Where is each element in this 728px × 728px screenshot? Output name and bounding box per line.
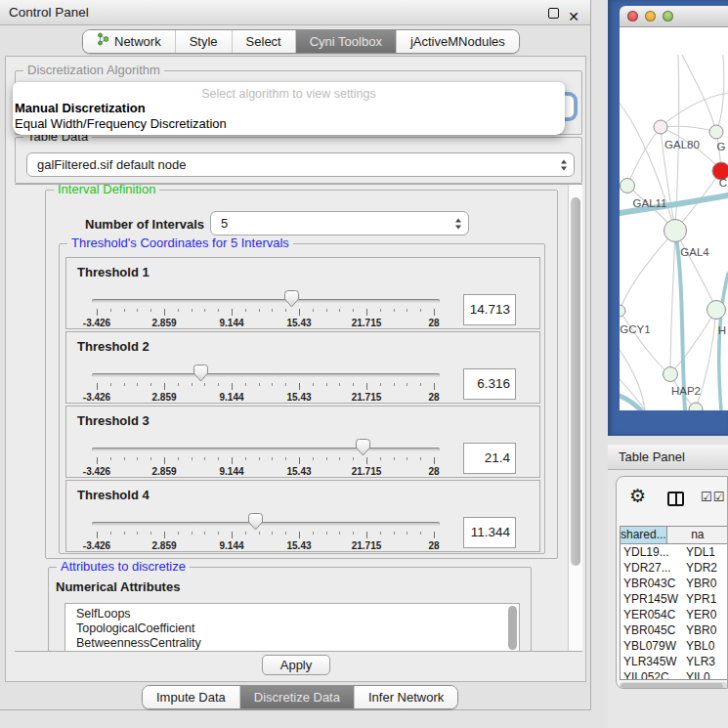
gear-icon[interactable]: ⚙ bbox=[629, 485, 646, 507]
network-node[interactable] bbox=[654, 120, 667, 134]
table-row[interactable]: YER054CYER0 bbox=[621, 607, 728, 622]
slider-tick bbox=[110, 309, 111, 312]
network-node[interactable] bbox=[664, 220, 687, 242]
slider-thumb[interactable] bbox=[356, 439, 370, 456]
attribute-list-scrollbar[interactable] bbox=[508, 605, 518, 651]
table-row[interactable]: YBR043CYBR0 bbox=[621, 576, 728, 591]
slider-tick-label: 9.144 bbox=[219, 466, 243, 477]
network-edge[interactable] bbox=[627, 127, 661, 186]
slider-tick bbox=[420, 383, 421, 386]
network-node-label: H bbox=[718, 324, 726, 336]
tab-cyni-toolbox[interactable]: Cyni Toolbox bbox=[295, 30, 396, 53]
attributes-group: Attributes to discretize Numerical Attri… bbox=[48, 567, 532, 652]
slider-track[interactable] bbox=[92, 373, 440, 377]
network-edge[interactable] bbox=[716, 55, 724, 132]
network-edge[interactable] bbox=[670, 231, 675, 374]
network-edge[interactable] bbox=[682, 55, 716, 132]
network-canvas[interactable]: GAL80GGAL11CGAL4GCY1HHAP2 bbox=[620, 27, 728, 410]
slider-tick-label: 15.43 bbox=[286, 540, 311, 551]
node-attribute-table[interactable]: shared...na YDL19...YDL1YDR27...YDR2YBR0… bbox=[620, 526, 728, 680]
slider-tick-label: 2.859 bbox=[151, 466, 176, 477]
slider-tick bbox=[232, 457, 233, 464]
slider-tick bbox=[245, 532, 246, 535]
table-data-combobox[interactable]: galFiltered.sif default node bbox=[26, 152, 575, 177]
table-column-header[interactable]: na bbox=[667, 527, 728, 544]
attribute-list-item[interactable]: BetweennessCentrality bbox=[65, 636, 519, 651]
tab-label: Impute Data bbox=[156, 686, 226, 708]
slider-thumb[interactable] bbox=[248, 513, 263, 531]
network-window-titlebar[interactable] bbox=[620, 6, 728, 27]
number-of-intervals-combobox[interactable]: 5 bbox=[210, 211, 469, 236]
tab-discretize-data[interactable]: Discretize Data bbox=[239, 686, 354, 708]
threshold-value-field[interactable]: 14.713 bbox=[463, 294, 516, 325]
table-row[interactable]: YIL052CYIL0 bbox=[621, 669, 728, 680]
minimize-light[interactable] bbox=[645, 11, 656, 21]
network-node[interactable] bbox=[664, 367, 678, 382]
slider-track[interactable] bbox=[92, 299, 440, 303]
network-edge[interactable] bbox=[620, 311, 670, 374]
network-node[interactable] bbox=[621, 179, 635, 193]
network-edge[interactable] bbox=[661, 93, 728, 127]
network-highlight-edge[interactable] bbox=[719, 274, 728, 410]
network-node[interactable] bbox=[620, 305, 625, 317]
slider-tick bbox=[110, 457, 111, 460]
zoom-light[interactable] bbox=[663, 11, 673, 21]
split-columns-icon[interactable] bbox=[667, 492, 684, 506]
threshold-value-field[interactable]: 11.344 bbox=[463, 517, 516, 548]
algorithm-option-manual-discretization[interactable]: Manual Discretization bbox=[13, 101, 565, 116]
network-node[interactable] bbox=[709, 125, 723, 139]
slider-thumb[interactable] bbox=[284, 290, 299, 308]
viewport-vertical-scrollbar[interactable] bbox=[568, 185, 582, 651]
slider-tick bbox=[124, 457, 125, 460]
table-row[interactable]: YDR27...YDR2 bbox=[621, 560, 728, 576]
close-light[interactable] bbox=[627, 11, 638, 21]
slider-tick bbox=[313, 532, 314, 535]
slider-tick bbox=[380, 383, 381, 386]
attribute-list-item[interactable]: SelfLoops bbox=[65, 607, 519, 621]
threshold-value-field[interactable]: 21.4 bbox=[463, 443, 516, 474]
table-horizontal-scrollbar[interactable] bbox=[620, 682, 727, 689]
table-row[interactable]: YPR145WYPR1 bbox=[621, 591, 728, 607]
table-column-header[interactable]: shared... bbox=[621, 527, 667, 544]
network-edge[interactable] bbox=[620, 231, 675, 311]
tab-jactivemnodules[interactable]: jActiveMNodules bbox=[396, 30, 519, 53]
slider-tick-label: 15.43 bbox=[286, 318, 311, 328]
slider-tick bbox=[150, 383, 151, 386]
apply-button[interactable]: Apply bbox=[262, 655, 330, 675]
network-highlight-edge[interactable] bbox=[620, 396, 641, 410]
algorithm-option-equal-width-frequency-discretization[interactable]: Equal Width/Frequency Discretization bbox=[13, 116, 565, 132]
threshold-value-field[interactable]: 6.316 bbox=[463, 368, 516, 400]
table-cell: YBL0 bbox=[682, 638, 714, 654]
tab-label: Discretize Data bbox=[254, 686, 340, 708]
slider-track[interactable] bbox=[92, 448, 440, 451]
attribute-list-item[interactable]: TopologicalCoefficient bbox=[65, 621, 519, 636]
tab-select[interactable]: Select bbox=[232, 30, 295, 53]
tab-impute-data[interactable]: Impute Data bbox=[143, 686, 239, 708]
slider-tick-label: -3.426 bbox=[83, 318, 110, 328]
slider-thumb[interactable] bbox=[193, 364, 208, 382]
scrollbar-thumb[interactable] bbox=[508, 606, 517, 650]
network-view-window: GAL80GGAL11CGAL4GCY1HHAP2 bbox=[608, 0, 728, 436]
numerical-attributes-list[interactable]: SelfLoopsTopologicalCoefficientBetweenne… bbox=[64, 603, 520, 652]
network-edge[interactable] bbox=[670, 310, 716, 374]
scrollbar-thumb[interactable] bbox=[571, 197, 580, 566]
scrollbar-thumb[interactable] bbox=[621, 683, 723, 690]
slider-track[interactable] bbox=[92, 522, 440, 526]
combo-spinner-icon bbox=[455, 218, 461, 229]
table-row[interactable]: YLR345WYLR3 bbox=[621, 654, 728, 669]
network-node[interactable] bbox=[707, 301, 726, 320]
float-window-icon[interactable] bbox=[548, 8, 559, 19]
tab-network[interactable]: Network bbox=[83, 30, 175, 53]
tab-style[interactable]: Style bbox=[175, 30, 232, 53]
slider-tick bbox=[178, 309, 179, 312]
checkboxes-icon[interactable]: ☑☑ bbox=[701, 490, 725, 504]
tab-infer-network[interactable]: Infer Network bbox=[354, 686, 457, 708]
table-row[interactable]: YBL079WYBL0 bbox=[621, 638, 728, 654]
slider-tick-label: 2.859 bbox=[151, 392, 176, 403]
close-window-icon[interactable]: ✕ bbox=[568, 4, 579, 29]
table-row[interactable]: YBR045CYBR0 bbox=[621, 622, 728, 638]
slider-tick-label: 28 bbox=[428, 540, 439, 551]
slider-tick bbox=[434, 532, 435, 538]
table-row[interactable]: YDL19...YDL1 bbox=[621, 544, 728, 560]
table-panel-titlebar: Table Panel bbox=[608, 445, 728, 470]
